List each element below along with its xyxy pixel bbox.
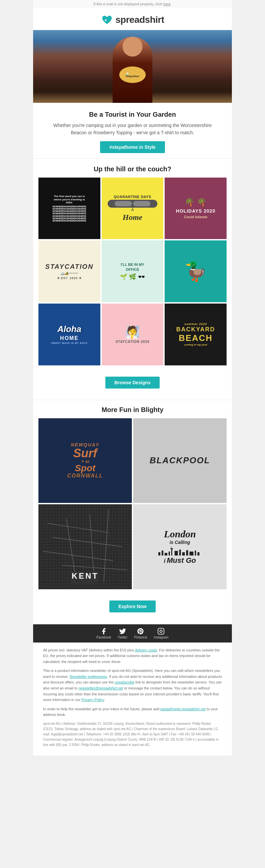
design-cell-5[interactable]: I'LL BE IN MYOFFICE 🌱 🌿 🕶️ — [102, 240, 164, 302]
svg-line-5 — [67, 519, 76, 579]
instagram-label: Instagram — [154, 636, 168, 639]
twitter-link[interactable]: Twitter — [117, 628, 127, 639]
grid-heading: Up the hill or the couch? — [38, 165, 227, 173]
footer-para3: In order to help the newsletter get to y… — [43, 706, 222, 718]
facebook-link[interactable]: Facebook — [97, 628, 111, 639]
svg-rect-18 — [186, 550, 188, 556]
svg-line-3 — [43, 551, 113, 560]
intro-heading: Be a Tourist in Your Garden — [46, 111, 219, 118]
svg-line-2 — [52, 537, 122, 547]
footer: All prices incl. statutory VAT (delivery… — [33, 643, 232, 756]
footer-para2: This is a product information newsletter… — [43, 668, 222, 703]
browse-cta: Browse Designs — [38, 365, 227, 397]
location-kent[interactable]: KENT — [38, 504, 132, 589]
footer-address: sprd.net AG | Address: Gießerstraße 27, … — [43, 721, 222, 748]
location-newquay[interactable]: NEWQUAY Surf ✦62 Spot CORNWALL — [38, 418, 132, 503]
design-cell-8[interactable]: 🧖 STAYCATION 2020 — [102, 304, 164, 365]
svg-line-7 — [104, 509, 108, 582]
newsletter-email-link[interactable]: newsletter@spreadshirt.net — [79, 686, 123, 690]
paula-email-link[interactable]: paula@reply.spreadshirt.net — [160, 707, 206, 711]
svg-text:♥: ♥ — [104, 18, 106, 22]
logo-container: ♥ spreadshirt — [33, 14, 232, 26]
pinterest-link[interactable]: Pinterest — [134, 628, 147, 639]
top-bar-text: If this e-mail is not displayed properly… — [94, 2, 163, 6]
design-cell-4[interactable]: STAYCATION 🚐🏕️~~~~~ ★ EST. 2020 ★ — [38, 240, 100, 302]
location-grid-top: NEWQUAY Surf ✦62 Spot CORNWALL BLACKPOOL — [38, 418, 227, 503]
intro-body: Whether you're camping out in your garde… — [46, 122, 219, 136]
top-bar-link[interactable]: here — [163, 2, 170, 6]
svg-rect-20 — [195, 551, 196, 556]
browse-designs-button[interactable]: Browse Designs — [105, 377, 160, 389]
svg-rect-19 — [189, 552, 193, 556]
hero-image: 🌅Staycation — [33, 30, 232, 103]
design-cell-1[interactable]: The first word you see iswhere you're tr… — [38, 178, 100, 239]
design-grid-section: Up the hill or the couch? The first word… — [33, 159, 232, 400]
location-blackpool[interactable]: BLACKPOOL — [133, 418, 227, 503]
explore-now-button[interactable]: Explore Now — [109, 600, 156, 612]
svg-rect-15 — [175, 551, 178, 556]
svg-line-1 — [48, 523, 108, 533]
more-section: More Fun in Blighty NEWQUAY Surf ✦62 Spo… — [33, 400, 232, 624]
location-london[interactable]: London is Calling — [133, 504, 227, 589]
intro-section: Be a Tourist in Your Garden Whether you'… — [33, 103, 232, 159]
design-cell-2[interactable]: QUARANTINE DAYS at Home — [102, 178, 164, 239]
unsubscribe-link[interactable]: unsubscribe — [115, 680, 134, 684]
delivery-costs-link[interactable]: delivery costs — [135, 648, 157, 652]
design-cell-6[interactable]: 🦆 — [165, 240, 227, 302]
social-bar: Facebook Twitter Pinterest Instagram — [33, 624, 232, 643]
explore-cta: Explore Now — [38, 591, 227, 619]
instagram-link[interactable]: Instagram — [154, 628, 168, 639]
twitter-label: Twitter — [117, 636, 127, 639]
pinterest-label: Pinterest — [134, 636, 147, 639]
newsletter-prefs-link[interactable]: Newsletter preferences — [70, 675, 107, 679]
svg-rect-11 — [168, 552, 170, 556]
facebook-label: Facebook — [97, 636, 111, 639]
logo-text: spreadshirt — [115, 14, 164, 25]
more-heading: More Fun in Blighty — [38, 403, 227, 414]
top-bar: If this e-mail is not displayed properly… — [33, 0, 232, 8]
design-cell-3[interactable]: 🌴 🌴 HOLIDAYS 2020 Covid Islands — [165, 178, 227, 239]
svg-rect-17 — [182, 552, 185, 556]
design-cell-7[interactable]: Aloha HOME SWEET WAVE IN MY BATH — [38, 304, 100, 365]
svg-rect-13 — [170, 548, 173, 549]
footer-para1: All prices incl. statutory VAT (delivery… — [43, 647, 222, 665]
header: ♥ spreadshirt — [33, 8, 232, 30]
privacy-policy-link[interactable]: Privacy Policy — [81, 698, 104, 702]
design-grid: The first word you see iswhere you're tr… — [38, 178, 227, 365]
svg-rect-9 — [162, 551, 163, 556]
spreadshirt-heart-icon: ♥ — [101, 14, 113, 26]
design-cell-9[interactable]: summer 2020 BACKYARD BEACH surfing in my… — [165, 304, 227, 365]
svg-line-4 — [62, 565, 127, 570]
svg-rect-8 — [158, 552, 160, 556]
svg-rect-22 — [158, 628, 164, 634]
svg-rect-10 — [165, 553, 167, 556]
svg-rect-21 — [197, 552, 200, 556]
location-grid-bottom: KENT London is Calling — [38, 504, 227, 589]
stayathome-button[interactable]: #stayathome in Style — [100, 141, 165, 153]
svg-rect-12 — [171, 549, 172, 556]
svg-rect-16 — [179, 550, 181, 556]
